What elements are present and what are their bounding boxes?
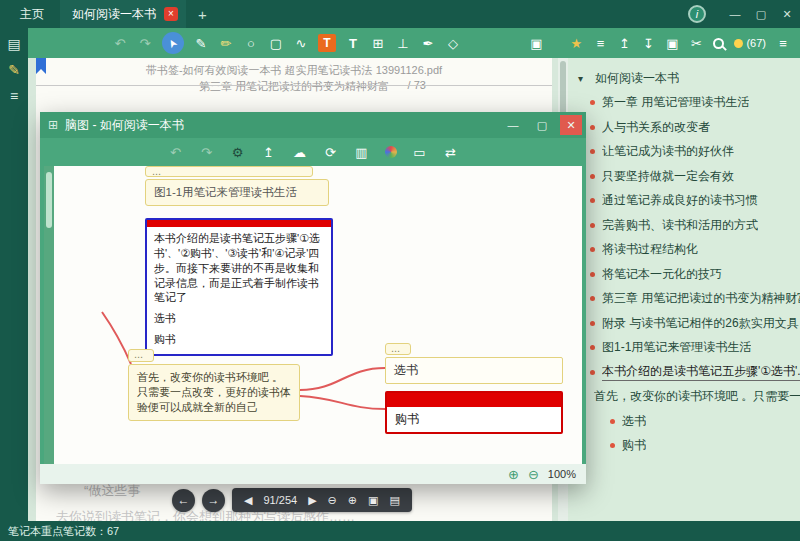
image-icon[interactable]: ▣ [665, 36, 679, 51]
new-tab-button[interactable]: + [198, 6, 207, 23]
note-count-badge: (67) [746, 37, 766, 49]
annotation-toolbar: ↶ ↷ ➤ ✎ ✏ ○ ▢ ∿ T T ⊞ ⊥ ✒ ◇ ▣ ★ ≡ ↥ ↧ ▣ … [28, 28, 800, 58]
outline-item-active[interactable]: 本书介绍的是读书笔记五步骤'①选书'... [568, 360, 800, 385]
pen-tool[interactable]: ✎ [193, 36, 209, 51]
redo-icon[interactable]: ↷ [137, 36, 153, 51]
outline-item-root[interactable]: ▾ 如何阅读一本书 [568, 66, 800, 91]
gear-icon[interactable]: ⚙ [230, 145, 246, 160]
text-tool[interactable]: T [345, 36, 361, 51]
export-icon[interactable]: ↥ [617, 36, 631, 51]
outline-item-label: 图1-1用笔记来管理读书生活 [602, 339, 751, 356]
outline-item[interactable]: 将读书过程结构化 [568, 238, 800, 263]
outline-item[interactable]: 图1-1用笔记来管理读书生活 [568, 336, 800, 361]
outline-item[interactable]: 将笔记本一元化的技巧 [568, 262, 800, 287]
fit-page-button[interactable]: ▣ [368, 494, 378, 507]
outline-item-label: 将笔记本一元化的技巧 [602, 266, 722, 283]
undo-icon[interactable]: ↶ [112, 36, 128, 51]
home-button[interactable]: 主页 [0, 6, 60, 23]
close-button[interactable]: ✕ [774, 0, 800, 28]
cloud-sync-icon[interactable]: ☁ [292, 145, 308, 160]
ellipse-tool[interactable]: ○ [243, 36, 259, 51]
fit-canvas-icon[interactable]: ⇄ [443, 145, 459, 160]
title-bar: 主页 如何阅读一本书 × + i — ▢ ✕ [0, 0, 800, 28]
mindmap-node-collapsed[interactable]: ... [385, 343, 411, 355]
zoom-out-button[interactable]: ⊖ [328, 494, 337, 507]
highlight-text-tool[interactable]: T [318, 34, 336, 52]
mindmap-redo-icon[interactable]: ↷ [199, 145, 215, 160]
outline-item-label: 如何阅读一本书 [595, 70, 679, 87]
info-icon[interactable]: i [688, 5, 706, 23]
mindmap-scrollbar-thumb[interactable] [46, 172, 52, 228]
notes-panel-icon[interactable]: ▤ [6, 36, 22, 52]
shape-tool[interactable]: ◇ [445, 36, 461, 51]
mindmap-minimize-button[interactable]: — [502, 115, 524, 135]
prev-page-button[interactable]: ◀ [244, 494, 252, 507]
import-icon[interactable]: ↧ [641, 36, 655, 51]
mindmap-node-clipped[interactable]: ... [145, 166, 313, 177]
note-list-icon[interactable]: ≡ [593, 36, 607, 51]
textbox-tool[interactable]: ⊞ [370, 36, 386, 51]
minimize-button[interactable]: — [722, 0, 748, 28]
star-icon[interactable]: ★ [569, 36, 583, 51]
zoom-in-button[interactable]: ⊕ [348, 494, 357, 507]
fit-width-button[interactable]: ▤ [389, 494, 399, 507]
note-count-button[interactable]: (67) [734, 37, 766, 49]
history-forward-button[interactable]: → [202, 489, 225, 512]
outline-item[interactable]: 只要坚持做就一定会有效 [568, 164, 800, 189]
scissors-icon[interactable]: ✂ [689, 36, 703, 51]
document-tab[interactable]: 如何阅读一本书 × [60, 0, 186, 28]
tab-close-icon[interactable]: × [164, 7, 178, 21]
bullet-icon [590, 174, 595, 179]
mindmap-undo-icon[interactable]: ↶ [168, 145, 184, 160]
presentation-icon[interactable]: ▭ [412, 145, 428, 160]
mindmap-node-note[interactable]: 本书介绍的是读书笔记五步骤'①选书'、'②购书'、'③读书'和'④记录'四步。而… [145, 218, 333, 356]
ink-tool[interactable]: ✒ [420, 36, 436, 51]
chevron-down-icon[interactable]: ▾ [578, 73, 588, 84]
rectangle-tool[interactable]: ▢ [268, 36, 284, 51]
maximize-button[interactable]: ▢ [748, 0, 774, 28]
mindmap-node-collapsed[interactable]: ... [128, 349, 154, 362]
outline-item[interactable]: 购书 [568, 434, 800, 459]
squiggle-tool[interactable]: ∿ [293, 36, 309, 51]
outline-item-expandable[interactable]: ▾ 首先，改变你的读书环境吧 。只需要一点... [568, 385, 800, 410]
search-icon[interactable] [713, 38, 724, 49]
mindmap-canvas[interactable]: ... 图1-1用笔记来管理读书生活 本书介绍的是读书笔记五步骤'①选书'、'②… [44, 166, 582, 464]
mindmap-zoom-in-icon[interactable]: ⊕ [508, 467, 519, 482]
outline-item[interactable]: 完善购书、读书和活用的方式 [568, 213, 800, 238]
theme-palette-icon[interactable] [385, 146, 397, 158]
outline-item[interactable]: 通过笔记养成良好的读书习惯 [568, 189, 800, 214]
highlighter-tool[interactable]: ✏ [218, 36, 234, 51]
hamburger-icon[interactable]: ≡ [6, 88, 22, 104]
menu-icon[interactable]: ≡ [776, 36, 790, 51]
mindmap-export-icon[interactable]: ↥ [261, 145, 277, 160]
history-back-button[interactable]: ← [172, 489, 195, 512]
mindmap-node-figure[interactable]: 图1-1用笔记来管理读书生活 [145, 179, 329, 206]
mindmap-node-left[interactable]: 首先，改变你的读书环境吧 。只需要一点改变，更好的读书体验便可以成就全新的自己 [128, 364, 300, 421]
select-tool-button[interactable]: ➤ [162, 32, 184, 54]
mindmap-title-bar[interactable]: ⊞ 脑图 - 如何阅读一本书 — ▢ ✕ [40, 112, 586, 138]
mindmap-scrollbar[interactable] [44, 166, 54, 464]
status-bar: 笔记本重点笔记数：67 [0, 521, 800, 541]
mindmap-close-button[interactable]: ✕ [560, 115, 582, 135]
cursor-icon: ➤ [165, 36, 181, 50]
outline-item-label: 首先，改变你的读书环境吧 。只需要一点... [594, 388, 800, 405]
outline-item-label: 第一章 用笔记管理读书生活 [602, 94, 749, 111]
history-icon[interactable]: ⟳ [323, 145, 339, 160]
annotate-panel-icon[interactable]: ✎ [6, 62, 22, 78]
outline-item[interactable]: 选书 [568, 409, 800, 434]
mindmap-node-goushu[interactable]: 购书 [385, 391, 563, 434]
outline-item[interactable]: 人与书关系的改变者 [568, 115, 800, 140]
outline-item[interactable]: 附录 与读书笔记相伴的26款实用文具 [568, 311, 800, 336]
bullet-icon [590, 247, 595, 252]
mindmap-maximize-button[interactable]: ▢ [531, 115, 553, 135]
outline-item[interactable]: 让笔记成为读书的好伙伴 [568, 140, 800, 165]
outline-item[interactable]: 第一章 用笔记管理读书生活 [568, 91, 800, 116]
panel-toggle-icon[interactable]: ▣ [528, 36, 544, 51]
pdf-chapter-header: 第三章 用笔记把读过的书变为精神财富 / 73 [36, 79, 552, 94]
underline-tool[interactable]: ⊥ [395, 36, 411, 51]
mindmap-zoom-out-icon[interactable]: ⊖ [528, 467, 539, 482]
layout-columns-icon[interactable]: ▥ [354, 145, 370, 160]
outline-item[interactable]: 第三章 用笔记把读过的书变为精神财富 [568, 287, 800, 312]
mindmap-node-xuanshu[interactable]: 选书 [385, 357, 563, 384]
next-page-button[interactable]: ▶ [308, 494, 316, 507]
